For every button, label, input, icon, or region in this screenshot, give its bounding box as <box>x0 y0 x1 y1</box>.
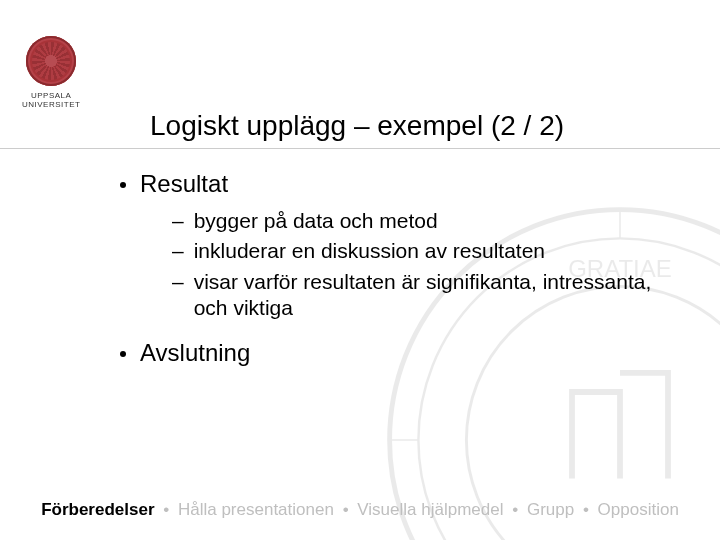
slide-body: Resultat – bygger på data och metod – in… <box>120 170 670 377</box>
sublist-resultat: – bygger på data och metod – inkluderar … <box>172 208 670 321</box>
subitem-text: bygger på data och metod <box>194 208 670 234</box>
bullet-separator-icon: • <box>512 500 518 519</box>
university-logo: UPPSALA UNIVERSITET <box>22 36 80 110</box>
bullet-separator-icon: • <box>343 500 349 519</box>
dash-icon: – <box>172 269 184 295</box>
subitem: – visar varför resultaten är signifikant… <box>172 269 670 322</box>
bullet-resultat: Resultat <box>120 170 670 198</box>
subitem-text: visar varför resultaten är signifikanta,… <box>194 269 670 322</box>
breadcrumb-footer: Förberedelser • Hålla presentationen • V… <box>0 500 720 520</box>
dash-icon: – <box>172 238 184 264</box>
subitem: – inkluderar en diskussion av resultaten <box>172 238 670 264</box>
subitem: – bygger på data och metod <box>172 208 670 234</box>
slide-title: Logiskt upplägg – exempel (2 / 2) <box>150 110 564 142</box>
logo-text: UPPSALA UNIVERSITET <box>22 92 80 110</box>
dash-icon: – <box>172 208 184 234</box>
footer-item-active: Förberedelser <box>41 500 154 519</box>
seal-icon <box>26 36 76 86</box>
footer-item: Hålla presentationen <box>178 500 334 519</box>
bullet-separator-icon: • <box>583 500 589 519</box>
footer-item: Grupp <box>527 500 574 519</box>
footer-item: Opposition <box>598 500 679 519</box>
bullet-text: Resultat <box>140 170 228 198</box>
bullet-dot-icon <box>120 182 126 188</box>
footer-item: Visuella hjälpmedel <box>357 500 503 519</box>
bullet-dot-icon <box>120 351 126 357</box>
title-underline <box>0 148 720 149</box>
bullet-avslutning: Avslutning <box>120 339 670 367</box>
subitem-text: inkluderar en diskussion av resultaten <box>194 238 670 264</box>
bullet-separator-icon: • <box>163 500 169 519</box>
bullet-text: Avslutning <box>140 339 250 367</box>
